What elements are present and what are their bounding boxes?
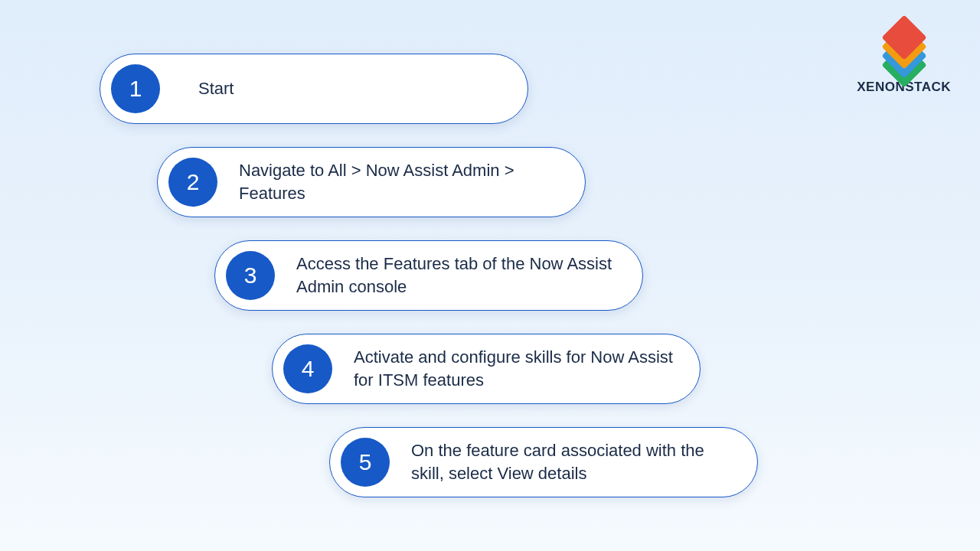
step-number-badge: 3 [226, 251, 275, 300]
step-text: On the feature card associated with the … [411, 439, 739, 484]
step-text: Start [198, 77, 234, 100]
step-item-4: 4 Activate and configure skills for Now … [272, 334, 701, 404]
step-text: Access the Features tab of the Now Assis… [296, 253, 624, 298]
stack-icon [877, 21, 931, 75]
step-number-badge: 4 [283, 344, 332, 393]
step-item-3: 3 Access the Features tab of the Now Ass… [214, 240, 643, 311]
step-number-badge: 1 [111, 64, 160, 113]
step-item-2: 2 Navigate to All > Now Assist Admin > F… [157, 147, 586, 217]
step-text: Activate and configure skills for Now As… [354, 346, 681, 391]
step-text: Navigate to All > Now Assist Admin > Fea… [239, 159, 567, 204]
brand-logo: XENONSTACK [857, 21, 951, 95]
step-number-badge: 5 [341, 438, 390, 487]
step-item-5: 5 On the feature card associated with th… [329, 427, 758, 497]
step-number-badge: 2 [168, 158, 217, 207]
step-item-1: 1 Start [100, 54, 528, 124]
